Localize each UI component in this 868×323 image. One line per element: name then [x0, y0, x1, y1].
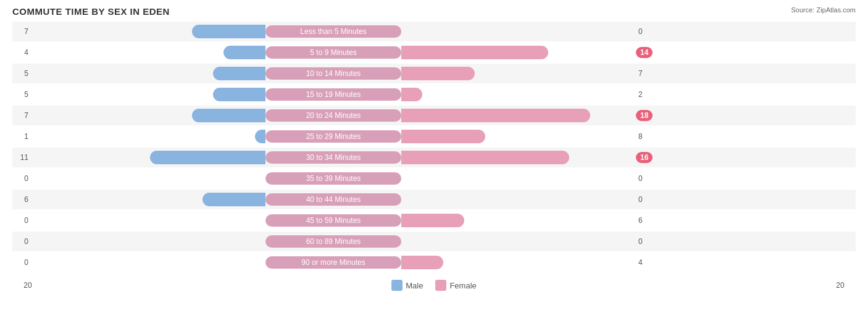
bar-row: 5 15 to 19 Minutes 2 [12, 85, 856, 104]
left-bar [192, 109, 265, 122]
axis-label-left: 20 [19, 281, 37, 290]
left-bar-area [31, 172, 265, 185]
left-bar [213, 67, 265, 80]
left-num: 0 [12, 258, 31, 267]
right-bar-area [401, 109, 636, 122]
legend-label-male: Male [406, 281, 423, 290]
center-label: 20 to 24 Minutes [265, 109, 401, 122]
row-inner: 4 5 to 9 Minutes 14 [12, 43, 856, 62]
left-bar-area [31, 67, 265, 80]
left-num: 6 [12, 195, 31, 204]
left-bar-area [31, 46, 265, 59]
row-inner: 0 90 or more Minutes 4 [12, 253, 856, 272]
right-num: 0 [636, 195, 661, 204]
right-bar [401, 109, 590, 122]
center-label: 45 to 59 Minutes [265, 214, 401, 227]
center-label: Less than 5 Minutes [265, 25, 401, 38]
left-bar-area [31, 25, 265, 38]
center-label: 15 to 19 Minutes [265, 88, 401, 101]
left-num: 7 [12, 111, 31, 120]
legend-box-male [391, 280, 403, 291]
left-bar-area [31, 214, 265, 227]
right-bar [401, 46, 548, 59]
left-num: 0 [12, 174, 31, 183]
right-bar-area [401, 214, 636, 227]
row-inner: 11 30 to 34 Minutes 16 [12, 148, 856, 167]
left-num: 0 [12, 216, 31, 225]
left-bar [192, 25, 265, 38]
bar-row: 1 25 to 29 Minutes 8 [12, 127, 856, 146]
left-bar [213, 88, 265, 101]
legend-item-female: Female [435, 280, 476, 291]
right-bar [401, 67, 475, 80]
right-num-badge: 14 [636, 47, 653, 58]
left-bar-area [31, 130, 265, 143]
axis-label-right: 20 [831, 281, 849, 290]
right-num-badge: 16 [636, 152, 653, 163]
right-bar-area [401, 46, 636, 59]
bar-row: 6 40 to 44 Minutes 0 [12, 190, 856, 209]
right-bar [401, 151, 569, 164]
row-inner: 0 45 to 59 Minutes 6 [12, 211, 856, 230]
right-num: 0 [636, 27, 661, 36]
center-label: 90 or more Minutes [265, 256, 401, 269]
bottom-area: 20 Male Female 20 [12, 280, 856, 291]
right-bar-area [401, 25, 636, 38]
right-num-badge: 18 [636, 110, 653, 121]
right-bar [401, 214, 464, 227]
left-num: 11 [12, 153, 31, 162]
center-label: 40 to 44 Minutes [265, 193, 401, 206]
left-num: 1 [12, 132, 31, 141]
right-bar-area [401, 235, 636, 248]
center-label: 25 to 29 Minutes [265, 130, 401, 143]
right-bar [401, 256, 443, 269]
left-num: 0 [12, 237, 31, 246]
row-inner: 7 Less than 5 Minutes 0 [12, 22, 856, 41]
bars-wrapper: 7 Less than 5 Minutes 0 4 5 to 9 Minutes… [12, 22, 856, 275]
right-bar-area [401, 151, 636, 164]
row-inner: 5 15 to 19 Minutes 2 [12, 85, 856, 104]
legend-item-male: Male [391, 280, 423, 291]
right-num: 8 [636, 132, 661, 141]
chart-container: COMMUTE TIME BY SEX IN EDEN Source: ZipA… [0, 0, 868, 323]
source-text: Source: ZipAtlas.com [791, 6, 856, 14]
right-num: 0 [636, 237, 661, 246]
bar-row: 0 45 to 59 Minutes 6 [12, 211, 856, 230]
bar-row: 11 30 to 34 Minutes 16 [12, 148, 856, 167]
bar-row: 7 Less than 5 Minutes 0 [12, 22, 856, 41]
legend: Male Female [391, 280, 477, 291]
left-bar [202, 193, 265, 206]
left-bar-area [31, 88, 265, 101]
bar-row: 5 10 to 14 Minutes 7 [12, 64, 856, 83]
right-bar-area [401, 256, 636, 269]
row-inner: 0 60 to 89 Minutes 0 [12, 232, 856, 251]
legend-box-female [435, 280, 446, 291]
left-bar-area [31, 193, 265, 206]
right-num: 4 [636, 258, 661, 267]
left-bar [255, 130, 265, 143]
row-inner: 6 40 to 44 Minutes 0 [12, 190, 856, 209]
left-bar [150, 151, 265, 164]
row-inner: 5 10 to 14 Minutes 7 [12, 64, 856, 83]
center-label: 30 to 34 Minutes [265, 151, 401, 164]
left-num: 7 [12, 27, 31, 36]
right-bar-area [401, 88, 636, 101]
right-num: 6 [636, 216, 661, 225]
bar-row: 0 90 or more Minutes 4 [12, 253, 856, 272]
bar-row: 0 35 to 39 Minutes 0 [12, 169, 856, 188]
right-bar-area [401, 67, 636, 80]
left-bar-area [31, 151, 265, 164]
row-inner: 1 25 to 29 Minutes 8 [12, 127, 856, 146]
right-num: 0 [636, 174, 661, 183]
chart-title: COMMUTE TIME BY SEX IN EDEN [12, 6, 856, 17]
center-label: 10 to 14 Minutes [265, 67, 401, 80]
center-label: 35 to 39 Minutes [265, 172, 401, 185]
left-num: 4 [12, 48, 31, 57]
row-inner: 7 20 to 24 Minutes 18 [12, 106, 856, 125]
left-bar-area [31, 256, 265, 269]
left-bar [223, 46, 265, 59]
left-num: 5 [12, 90, 31, 99]
right-num: 2 [636, 90, 661, 99]
legend-label-female: Female [449, 281, 476, 290]
center-label: 60 to 89 Minutes [265, 235, 401, 248]
